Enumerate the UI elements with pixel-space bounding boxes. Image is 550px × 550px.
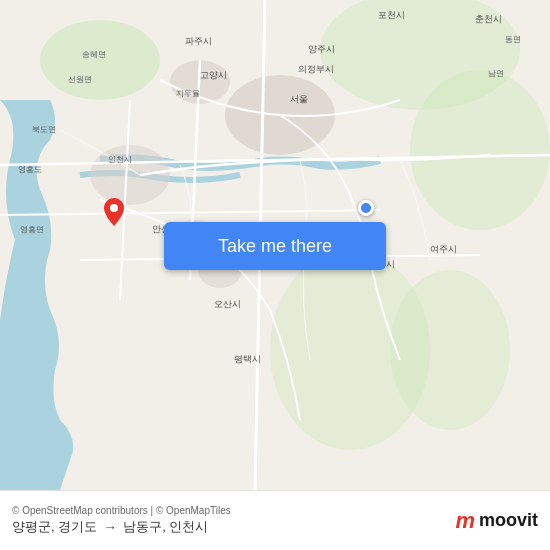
route-info: 양평군, 경기도 → 남동구, 인천시 [12, 518, 231, 536]
svg-point-1 [40, 20, 160, 100]
svg-text:오산시: 오산시 [214, 299, 241, 309]
arrow-icon: → [103, 519, 117, 535]
footer: © OpenStreetMap contributors | © OpenMap… [0, 490, 550, 550]
svg-text:인천시: 인천시 [108, 155, 132, 164]
svg-point-8 [90, 145, 170, 205]
svg-text:고양시: 고양시 [200, 70, 227, 80]
svg-point-5 [390, 270, 510, 430]
moovit-brand-text: moovit [479, 510, 538, 531]
moovit-icon: m [455, 508, 475, 534]
take-me-there-button[interactable]: Take me there [164, 222, 386, 270]
svg-text:송헤면: 송헤면 [82, 50, 106, 59]
svg-text:양주시: 양주시 [308, 44, 335, 54]
svg-text:춘천시: 춘천시 [475, 14, 502, 24]
svg-text:영흥도: 영흥도 [18, 165, 42, 174]
svg-text:선원면: 선원면 [68, 75, 92, 84]
svg-text:서울: 서울 [290, 94, 308, 104]
moovit-logo: m moovit [455, 508, 538, 534]
svg-text:평택시: 평택시 [234, 354, 261, 364]
svg-text:파주시: 파주시 [185, 36, 212, 46]
svg-point-39 [110, 204, 118, 212]
svg-text:지두율: 지두율 [176, 89, 200, 98]
destination-dot [358, 200, 374, 216]
attribution-text: © OpenStreetMap contributors | © OpenMap… [12, 505, 231, 516]
footer-left: © OpenStreetMap contributors | © OpenMap… [12, 505, 231, 536]
destination-label: 남동구, 인천시 [123, 518, 208, 536]
map-container: 포천시 춘천시 동면 남면 양주시 의정부시 파주시 고양시 지두율 서울 송헤… [0, 0, 550, 490]
svg-text:동면: 동면 [505, 35, 521, 44]
svg-text:여주시: 여주시 [430, 244, 457, 254]
origin-label: 양평군, 경기도 [12, 518, 97, 536]
svg-text:남면: 남면 [488, 69, 504, 78]
svg-text:의정부시: 의정부시 [298, 64, 334, 74]
svg-text:영흥면: 영흥면 [20, 225, 44, 234]
origin-pin [104, 198, 124, 226]
svg-point-3 [410, 70, 550, 230]
svg-text:포천시: 포천시 [378, 10, 405, 20]
svg-text:북도면: 북도면 [32, 125, 56, 134]
